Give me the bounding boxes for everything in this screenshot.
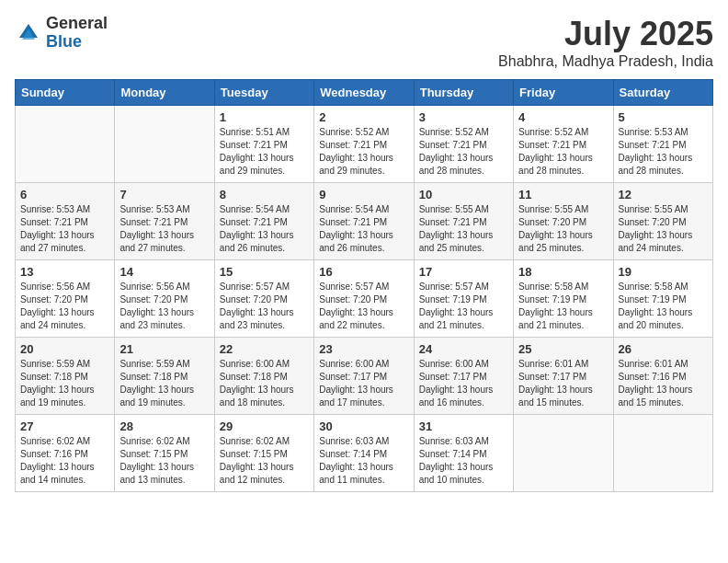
calendar-cell: 17Sunrise: 5:57 AM Sunset: 7:19 PM Dayli… xyxy=(414,260,513,338)
day-number: 24 xyxy=(419,342,508,356)
calendar-cell: 7Sunrise: 5:53 AM Sunset: 7:21 PM Daylig… xyxy=(115,183,214,260)
day-number: 30 xyxy=(319,419,408,433)
calendar-cell: 11Sunrise: 5:55 AM Sunset: 7:20 PM Dayli… xyxy=(514,183,613,260)
day-info: Sunrise: 6:03 AM Sunset: 7:14 PM Dayligh… xyxy=(419,435,508,487)
day-info: Sunrise: 5:52 AM Sunset: 7:21 PM Dayligh… xyxy=(518,126,608,178)
day-info: Sunrise: 6:00 AM Sunset: 7:18 PM Dayligh… xyxy=(220,358,309,409)
day-number: 17 xyxy=(419,265,508,279)
day-info: Sunrise: 5:55 AM Sunset: 7:21 PM Dayligh… xyxy=(419,203,508,255)
day-number: 3 xyxy=(419,110,508,124)
calendar-cell: 22Sunrise: 6:00 AM Sunset: 7:18 PM Dayli… xyxy=(214,338,313,415)
day-header-thursday: Thursday xyxy=(414,80,513,106)
day-number: 15 xyxy=(220,265,309,279)
day-info: Sunrise: 6:02 AM Sunset: 7:15 PM Dayligh… xyxy=(119,435,209,487)
logo-icon xyxy=(15,19,42,47)
day-number: 26 xyxy=(619,342,708,356)
calendar-cell: 18Sunrise: 5:58 AM Sunset: 7:19 PM Dayli… xyxy=(514,260,613,338)
day-info: Sunrise: 5:58 AM Sunset: 7:19 PM Dayligh… xyxy=(518,281,608,332)
day-header-tuesday: Tuesday xyxy=(214,80,313,106)
calendar-cell: 12Sunrise: 5:55 AM Sunset: 7:20 PM Dayli… xyxy=(613,183,712,260)
calendar: SundayMondayTuesdayWednesdayThursdayFrid… xyxy=(15,79,713,492)
calendar-cell: 5Sunrise: 5:53 AM Sunset: 7:21 PM Daylig… xyxy=(613,106,712,183)
day-info: Sunrise: 5:54 AM Sunset: 7:21 PM Dayligh… xyxy=(220,203,309,255)
calendar-cell: 1Sunrise: 5:51 AM Sunset: 7:21 PM Daylig… xyxy=(214,106,313,183)
day-info: Sunrise: 6:02 AM Sunset: 7:15 PM Dayligh… xyxy=(220,435,309,487)
logo: General Blue xyxy=(15,15,108,52)
calendar-cell: 2Sunrise: 5:52 AM Sunset: 7:21 PM Daylig… xyxy=(314,106,414,183)
calendar-week-2: 6Sunrise: 5:53 AM Sunset: 7:21 PM Daylig… xyxy=(16,183,713,260)
day-info: Sunrise: 5:59 AM Sunset: 7:18 PM Dayligh… xyxy=(20,358,109,409)
calendar-cell: 13Sunrise: 5:56 AM Sunset: 7:20 PM Dayli… xyxy=(16,260,115,338)
day-number: 22 xyxy=(220,342,309,356)
day-number: 12 xyxy=(619,188,708,201)
calendar-cell: 19Sunrise: 5:58 AM Sunset: 7:19 PM Dayli… xyxy=(613,260,712,338)
day-info: Sunrise: 5:51 AM Sunset: 7:21 PM Dayligh… xyxy=(220,126,309,178)
day-number: 9 xyxy=(319,188,408,201)
day-number: 25 xyxy=(518,342,608,356)
calendar-cell: 6Sunrise: 5:53 AM Sunset: 7:21 PM Daylig… xyxy=(16,183,115,260)
day-info: Sunrise: 6:00 AM Sunset: 7:17 PM Dayligh… xyxy=(419,358,508,409)
calendar-cell: 8Sunrise: 5:54 AM Sunset: 7:21 PM Daylig… xyxy=(214,183,313,260)
day-number: 29 xyxy=(220,419,309,433)
calendar-cell: 26Sunrise: 6:01 AM Sunset: 7:16 PM Dayli… xyxy=(613,338,712,415)
calendar-cell: 10Sunrise: 5:55 AM Sunset: 7:21 PM Dayli… xyxy=(414,183,513,260)
day-number: 18 xyxy=(518,265,608,279)
day-info: Sunrise: 5:57 AM Sunset: 7:20 PM Dayligh… xyxy=(319,281,408,332)
calendar-cell: 3Sunrise: 5:52 AM Sunset: 7:21 PM Daylig… xyxy=(414,106,513,183)
calendar-week-1: 1Sunrise: 5:51 AM Sunset: 7:21 PM Daylig… xyxy=(16,106,713,183)
calendar-cell: 23Sunrise: 6:00 AM Sunset: 7:17 PM Dayli… xyxy=(314,338,414,415)
location-title: Bhabhra, Madhya Pradesh, India xyxy=(498,53,713,70)
day-info: Sunrise: 6:00 AM Sunset: 7:17 PM Dayligh… xyxy=(319,358,408,409)
month-title: July 2025 xyxy=(498,15,713,53)
calendar-cell xyxy=(16,106,115,183)
title-block: July 2025 Bhabhra, Madhya Pradesh, India xyxy=(498,15,713,70)
calendar-week-5: 27Sunrise: 6:02 AM Sunset: 7:16 PM Dayli… xyxy=(16,415,713,492)
day-number: 2 xyxy=(319,110,408,124)
day-number: 16 xyxy=(319,265,408,279)
page-header: General Blue July 2025 Bhabhra, Madhya P… xyxy=(15,15,713,70)
calendar-cell xyxy=(514,415,613,492)
day-info: Sunrise: 5:52 AM Sunset: 7:21 PM Dayligh… xyxy=(419,126,508,178)
day-number: 8 xyxy=(220,188,309,201)
day-number: 14 xyxy=(119,265,209,279)
calendar-cell: 9Sunrise: 5:54 AM Sunset: 7:21 PM Daylig… xyxy=(314,183,414,260)
day-number: 27 xyxy=(20,419,109,433)
calendar-cell: 31Sunrise: 6:03 AM Sunset: 7:14 PM Dayli… xyxy=(414,415,513,492)
day-info: Sunrise: 5:55 AM Sunset: 7:20 PM Dayligh… xyxy=(619,203,708,255)
day-number: 11 xyxy=(518,188,608,201)
day-header-sunday: Sunday xyxy=(16,80,115,106)
day-number: 5 xyxy=(619,110,708,124)
calendar-cell xyxy=(115,106,214,183)
day-header-friday: Friday xyxy=(514,80,613,106)
day-number: 4 xyxy=(518,110,608,124)
calendar-cell: 30Sunrise: 6:03 AM Sunset: 7:14 PM Dayli… xyxy=(314,415,414,492)
day-info: Sunrise: 5:57 AM Sunset: 7:19 PM Dayligh… xyxy=(419,281,508,332)
day-info: Sunrise: 6:03 AM Sunset: 7:14 PM Dayligh… xyxy=(319,435,408,487)
calendar-cell: 4Sunrise: 5:52 AM Sunset: 7:21 PM Daylig… xyxy=(514,106,613,183)
calendar-cell: 21Sunrise: 5:59 AM Sunset: 7:18 PM Dayli… xyxy=(115,338,214,415)
day-info: Sunrise: 5:54 AM Sunset: 7:21 PM Dayligh… xyxy=(319,203,408,255)
calendar-cell: 24Sunrise: 6:00 AM Sunset: 7:17 PM Dayli… xyxy=(414,338,513,415)
calendar-cell: 16Sunrise: 5:57 AM Sunset: 7:20 PM Dayli… xyxy=(314,260,414,338)
calendar-cell: 29Sunrise: 6:02 AM Sunset: 7:15 PM Dayli… xyxy=(214,415,313,492)
calendar-week-3: 13Sunrise: 5:56 AM Sunset: 7:20 PM Dayli… xyxy=(16,260,713,338)
day-info: Sunrise: 5:59 AM Sunset: 7:18 PM Dayligh… xyxy=(119,358,209,409)
calendar-cell: 27Sunrise: 6:02 AM Sunset: 7:16 PM Dayli… xyxy=(16,415,115,492)
day-info: Sunrise: 5:53 AM Sunset: 7:21 PM Dayligh… xyxy=(20,203,109,255)
calendar-cell: 15Sunrise: 5:57 AM Sunset: 7:20 PM Dayli… xyxy=(214,260,313,338)
calendar-cell: 20Sunrise: 5:59 AM Sunset: 7:18 PM Dayli… xyxy=(16,338,115,415)
calendar-cell: 28Sunrise: 6:02 AM Sunset: 7:15 PM Dayli… xyxy=(115,415,214,492)
day-number: 7 xyxy=(119,188,209,201)
day-info: Sunrise: 5:56 AM Sunset: 7:20 PM Dayligh… xyxy=(20,281,109,332)
day-number: 31 xyxy=(419,419,508,433)
day-info: Sunrise: 5:57 AM Sunset: 7:20 PM Dayligh… xyxy=(220,281,309,332)
day-info: Sunrise: 5:56 AM Sunset: 7:20 PM Dayligh… xyxy=(119,281,209,332)
day-info: Sunrise: 6:01 AM Sunset: 7:16 PM Dayligh… xyxy=(619,358,708,409)
calendar-header-row: SundayMondayTuesdayWednesdayThursdayFrid… xyxy=(16,80,713,106)
day-info: Sunrise: 5:55 AM Sunset: 7:20 PM Dayligh… xyxy=(518,203,608,255)
calendar-cell: 14Sunrise: 5:56 AM Sunset: 7:20 PM Dayli… xyxy=(115,260,214,338)
day-number: 1 xyxy=(220,110,309,124)
day-number: 6 xyxy=(20,188,109,201)
day-info: Sunrise: 5:58 AM Sunset: 7:19 PM Dayligh… xyxy=(619,281,708,332)
day-header-monday: Monday xyxy=(115,80,214,106)
